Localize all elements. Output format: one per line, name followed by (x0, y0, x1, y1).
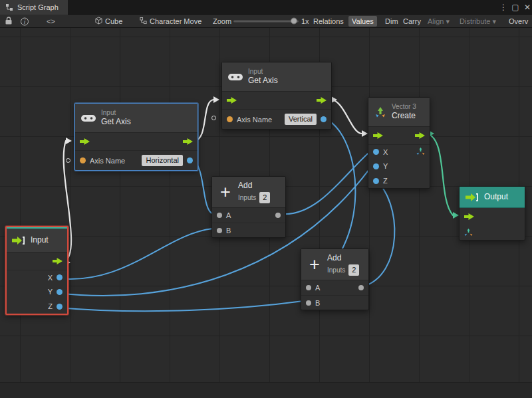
maximize-icon[interactable]: ▢ (509, 0, 521, 15)
flow-out-port[interactable] (183, 138, 193, 145)
node-add-2[interactable]: + Add Inputs 2 A B (301, 249, 369, 310)
plus-icon: + (307, 256, 322, 272)
graph-canvas[interactable]: Input Get Axis Axis Name Vertical Input … (0, 28, 532, 398)
input-a-port[interactable] (306, 285, 311, 290)
z-input-port[interactable] (373, 178, 379, 184)
x-input-port[interactable] (373, 149, 379, 155)
inputs-count-field[interactable]: 2 (348, 264, 359, 276)
character-move-breadcrumb[interactable]: Character Move (150, 17, 201, 25)
distribute-dropdown[interactable]: Distribute ▾ (456, 15, 499, 27)
node-category: Input (248, 68, 278, 76)
zoom-slider-knob[interactable] (291, 18, 297, 25)
sum-output-port[interactable] (358, 285, 364, 290)
result-port[interactable] (187, 157, 193, 163)
port-label: B (315, 299, 320, 307)
vector3-icon (374, 106, 386, 118)
x-output-port[interactable] (57, 274, 63, 280)
port-label: A (315, 284, 320, 292)
axis-name-port[interactable] (227, 116, 233, 122)
relations-button[interactable]: Relations (310, 16, 347, 27)
overview-button[interactable]: Overv (505, 16, 531, 27)
vector3-output-port[interactable] (416, 148, 425, 156)
y-output-port[interactable] (57, 289, 63, 295)
param-label: Axis Name (237, 116, 272, 124)
tab-script-graph[interactable]: Script Graph (0, 0, 68, 15)
output-icon (466, 193, 479, 201)
zoom-value: 1x (301, 17, 309, 25)
node-title: Create (392, 111, 416, 121)
port-label: X (383, 148, 388, 156)
axis-name-port[interactable] (80, 157, 86, 163)
gamepad-icon (81, 114, 96, 122)
z-output-port[interactable] (57, 304, 63, 310)
flow-arrowhead (362, 130, 368, 137)
node-title: Add (238, 181, 270, 191)
flow-arrowhead (453, 212, 459, 219)
sum-output-port[interactable] (275, 213, 281, 218)
inputs-label: Inputs (327, 266, 345, 274)
wire-getaxis-v-to-vector3[interactable] (331, 100, 362, 134)
node-title: Get Axis (101, 117, 131, 127)
wire-input-x-to-add1-b[interactable] (57, 229, 213, 279)
node-add-1[interactable]: + Add Inputs 2 A B (211, 176, 286, 238)
character-move-icon (140, 17, 147, 25)
dim-button[interactable]: Dim (382, 16, 402, 27)
close-icon[interactable]: ✕ (521, 0, 532, 15)
node-input[interactable]: Input X Y Z (5, 226, 68, 315)
flow-arrowhead (213, 96, 219, 103)
node-get-axis-horizontal[interactable]: Input Get Axis Axis Name Horizontal (74, 103, 198, 171)
port-label: Z (383, 177, 388, 185)
inputs-label: Inputs (238, 194, 256, 201)
lock-icon[interactable] (5, 17, 12, 26)
gamepad-icon (228, 73, 243, 81)
tab-title: Script Graph (17, 3, 59, 11)
input-icon (12, 237, 25, 245)
vector3-input-port[interactable] (464, 229, 473, 237)
node-output[interactable]: Output (459, 186, 525, 241)
port-label: A (226, 211, 231, 219)
input-a-port[interactable] (217, 213, 222, 218)
port-label: Y (383, 162, 388, 170)
result-port[interactable] (321, 116, 327, 122)
axis-name-field[interactable]: Vertical (285, 114, 317, 125)
cube-icon (95, 17, 102, 26)
flow-in-port[interactable] (373, 132, 383, 139)
wire-vector3-to-output[interactable] (427, 134, 453, 215)
input-b-port[interactable] (306, 300, 311, 306)
node-get-axis-vertical[interactable]: Input Get Axis Axis Name Vertical (221, 62, 332, 130)
zoom-slider[interactable] (233, 20, 299, 22)
port-label: Y (48, 288, 53, 296)
node-vector3-create[interactable]: Vector 3 Create X Y Z (368, 97, 430, 189)
flow-out-port[interactable] (317, 97, 327, 104)
wire-input-z-to-add2-b[interactable] (57, 301, 303, 311)
graph-toolbar: i <> Cube Character Move Zoom 1x Relatio… (0, 15, 532, 28)
flow-out-port[interactable] (53, 258, 63, 264)
flow-out-port[interactable] (415, 132, 425, 139)
chevron-down-icon: ▾ (493, 17, 497, 25)
axis-name-field[interactable]: Horizontal (142, 155, 183, 166)
node-category: Vector 3 (392, 103, 416, 111)
window-menu-icon[interactable]: ⋮ (497, 0, 509, 15)
code-icon[interactable]: <> (47, 17, 55, 25)
node-title: Output (484, 192, 508, 202)
y-input-port[interactable] (373, 163, 379, 169)
cube-breadcrumb[interactable]: Cube (105, 17, 122, 25)
input-b-port[interactable] (217, 228, 222, 233)
param-label: Axis Name (90, 157, 125, 165)
info-icon[interactable]: i (21, 17, 29, 25)
carry-button[interactable]: Carry (400, 16, 424, 27)
node-title: Add (327, 253, 359, 263)
flow-in-port[interactable] (227, 97, 237, 104)
port-label: X (48, 274, 53, 282)
flow-in-port[interactable] (80, 138, 90, 145)
values-button[interactable]: Values (348, 16, 377, 27)
window-tab-bar: Script Graph ⋮ ▢ ✕ (0, 0, 532, 15)
script-graph-icon (5, 3, 13, 11)
align-dropdown[interactable]: Align ▾ (424, 15, 453, 27)
node-title: Get Axis (248, 76, 278, 86)
unconnected-port-indicator[interactable] (66, 158, 70, 163)
flow-in-port[interactable] (464, 213, 474, 220)
inputs-count-field[interactable]: 2 (259, 192, 270, 203)
node-category: Input (101, 109, 131, 117)
unconnected-port-indicator[interactable] (211, 116, 216, 120)
